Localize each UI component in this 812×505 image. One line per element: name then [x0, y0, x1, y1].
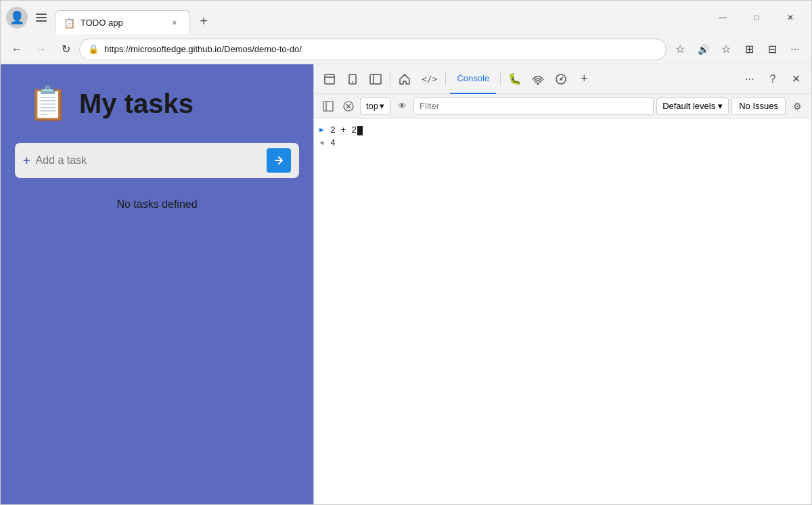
console-output-text: 4: [330, 138, 336, 148]
add-task-button[interactable]: [267, 148, 291, 173]
minimize-button[interactable]: —: [707, 7, 738, 28]
preserve-log-button[interactable]: 👁: [393, 97, 411, 115]
context-dropdown-arrow: ▾: [380, 101, 384, 111]
clear-console-button[interactable]: [340, 97, 357, 115]
console-output: ▶ 2 + 2 ◀ 4: [314, 118, 811, 504]
add-task-container: +: [15, 143, 299, 178]
svg-rect-2: [36, 20, 47, 22]
console-entry-input: ▶ 2 + 2: [317, 124, 809, 137]
console-sidebar-button[interactable]: [319, 97, 337, 115]
title-bar: 👤 📋 TODO app × + — □ ✕: [1, 1, 811, 35]
browser-essentials-button[interactable]: ⊞: [738, 39, 760, 60]
svg-rect-1: [36, 17, 47, 18]
console-settings-button[interactable]: ⚙: [788, 97, 806, 115]
profile-icon[interactable]: 👤: [6, 7, 28, 28]
main-content: 📋 My tasks + No tasks defined: [1, 64, 811, 504]
svg-point-6: [537, 83, 539, 84]
inspect-element-button[interactable]: [319, 69, 340, 89]
no-tasks-label: No tasks defined: [116, 198, 197, 211]
toolbar-separator-3: [500, 72, 501, 86]
maximize-button[interactable]: □: [741, 7, 772, 28]
home-tab-button[interactable]: [394, 69, 415, 89]
window-controls: — □ ✕: [707, 7, 806, 28]
svg-rect-0: [36, 14, 47, 15]
app-icon: 📋: [28, 85, 68, 123]
console-tab[interactable]: Console: [450, 64, 496, 94]
cursor: [357, 126, 363, 135]
help-button[interactable]: ?: [763, 69, 783, 89]
more-tools-button[interactable]: ···: [740, 69, 760, 89]
network-button[interactable]: [528, 69, 548, 89]
input-expression: 2 + 2: [330, 125, 357, 135]
svg-point-8: [560, 79, 562, 80]
elements-tab-button[interactable]: </>: [418, 69, 441, 89]
svg-rect-9: [323, 102, 333, 111]
collections-button[interactable]: ⊟: [761, 39, 783, 60]
log-levels-button[interactable]: Default levels ▾: [656, 97, 729, 115]
log-levels-arrow: ▾: [718, 101, 723, 111]
close-button[interactable]: ✕: [775, 7, 806, 28]
context-label: top: [366, 101, 378, 111]
read-aloud-button[interactable]: 🔊: [692, 39, 714, 60]
svg-rect-5: [370, 74, 381, 84]
address-text: https://microsoftedge.github.io/Demos/de…: [104, 44, 658, 54]
browser-window: 👤 📋 TODO app × + — □ ✕ ← → ↻: [0, 0, 812, 505]
no-issues-button[interactable]: No Issues: [731, 97, 786, 115]
add-task-input[interactable]: [36, 154, 261, 167]
active-tab[interactable]: 📋 TODO app ×: [55, 10, 190, 35]
back-button[interactable]: ←: [6, 39, 28, 60]
favorites-button[interactable]: ☆: [669, 39, 691, 60]
add-to-favorites-button[interactable]: ☆: [715, 39, 737, 60]
refresh-button[interactable]: ↻: [55, 39, 76, 60]
sidebar-toggle[interactable]: [32, 8, 51, 27]
console-input-text: 2 + 2: [330, 125, 363, 135]
output-chevron: ◀: [319, 138, 328, 147]
toggle-sidebar-button[interactable]: [365, 69, 386, 89]
add-tools-button[interactable]: +: [574, 69, 594, 89]
devtools-panel: </> Console 🐛: [313, 64, 811, 504]
toolbar-separator: [390, 72, 390, 86]
more-tools-button[interactable]: ···: [784, 39, 806, 60]
devtools-toolbar: </> Console 🐛: [314, 64, 811, 94]
tabs-container: 📋 TODO app × +: [55, 1, 703, 35]
tab-close-button[interactable]: ×: [168, 16, 181, 30]
expand-chevron[interactable]: ▶: [319, 125, 328, 134]
log-levels-label: Default levels: [662, 101, 715, 111]
debugger-button[interactable]: 🐛: [505, 69, 525, 89]
forward-button[interactable]: →: [30, 39, 52, 60]
new-tab-button[interactable]: +: [193, 10, 215, 32]
app-title: My tasks: [79, 89, 194, 119]
console-tab-label: Console: [457, 73, 489, 83]
nav-right-buttons: ☆ 🔊 ☆ ⊞ ⊟ ···: [669, 39, 806, 60]
todo-app-panel: 📋 My tasks + No tasks defined: [1, 64, 313, 504]
console-entry-output: ◀ 4: [317, 137, 809, 150]
svg-rect-4: [349, 74, 356, 84]
tab-favicon: 📋: [64, 18, 75, 28]
app-header: 📋 My tasks: [14, 85, 194, 123]
navigation-bar: ← → ↻ 🔒 https://microsoftedge.github.io/…: [1, 35, 811, 64]
context-selector[interactable]: top ▾: [360, 97, 390, 115]
console-filter-input[interactable]: [413, 97, 654, 115]
lock-icon: 🔒: [88, 44, 99, 54]
no-issues-label: No Issues: [739, 101, 778, 111]
toolbar-separator-2: [445, 72, 446, 86]
performance-button[interactable]: [551, 69, 571, 89]
address-bar[interactable]: 🔒 https://microsoftedge.github.io/Demos/…: [79, 39, 667, 60]
svg-rect-3: [325, 74, 334, 84]
close-devtools-button[interactable]: ✕: [786, 69, 806, 89]
device-emulation-button[interactable]: [342, 69, 363, 89]
console-toolbar: top ▾ 👁 Default levels ▾ No Issues ⚙: [314, 94, 811, 118]
add-task-plus-icon: +: [23, 154, 30, 168]
tab-title: TODO app: [81, 18, 162, 28]
